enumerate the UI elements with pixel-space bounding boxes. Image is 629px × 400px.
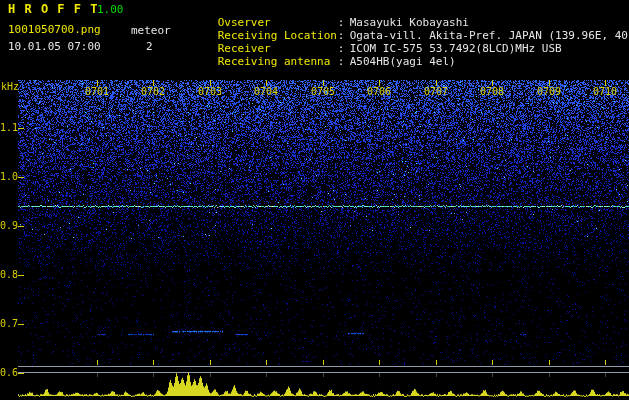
info-colon: : bbox=[338, 29, 350, 42]
freq-label: 1.0 bbox=[0, 171, 18, 183]
info-colon: : bbox=[338, 55, 350, 68]
info-label: Receiving Location bbox=[218, 29, 338, 42]
freq-label: 0.8 bbox=[0, 269, 18, 281]
freq-label: 0.9 bbox=[0, 220, 18, 232]
info-value: ICOM IC-575 53.7492(8LCD)MHz USB bbox=[350, 42, 562, 55]
info-value: A504HB(yagi 4el) bbox=[350, 55, 456, 68]
time-label: 0704 bbox=[251, 86, 281, 98]
station-info: Ovserver:Masayuki Kobayashi Receiving Lo… bbox=[178, 3, 629, 55]
time-label: 0706 bbox=[364, 86, 394, 98]
mode-label: meteor bbox=[131, 25, 171, 37]
freq-label: 0.7 bbox=[0, 318, 18, 330]
freq-label: 0.6 bbox=[0, 367, 18, 379]
info-label: Receiver bbox=[218, 42, 338, 55]
time-label: 0705 bbox=[308, 86, 338, 98]
app-version: 1.00 bbox=[97, 4, 124, 16]
time-label: 0703 bbox=[195, 86, 225, 98]
time-label: 0702 bbox=[138, 86, 168, 98]
output-filename: 1001050700.png bbox=[8, 24, 101, 36]
info-colon: : bbox=[338, 42, 350, 55]
hrofft-screen: H R O F F T 1.00 1001050700.png meteor 1… bbox=[0, 0, 629, 400]
time-label: 0701 bbox=[82, 86, 112, 98]
time-label: 0708 bbox=[477, 86, 507, 98]
info-value: Masayuki Kobayashi bbox=[350, 16, 469, 29]
time-label: 0710 bbox=[590, 86, 620, 98]
info-label: Ovserver bbox=[218, 16, 338, 29]
time-label: 0709 bbox=[534, 86, 564, 98]
echo-count: 2 bbox=[146, 41, 153, 53]
info-colon: : bbox=[338, 16, 350, 29]
freq-axis-unit: kHz bbox=[1, 81, 19, 93]
time-label: 0707 bbox=[421, 86, 451, 98]
app-name: H R O F F T bbox=[8, 3, 98, 15]
timestamp: 10.01.05 07:00 bbox=[8, 41, 101, 53]
info-value: Ogata-vill. Akita-Pref. JAPAN (139.96E, … bbox=[350, 29, 629, 42]
freq-label: 1.1 bbox=[0, 122, 18, 134]
info-label: Receiving antenna bbox=[218, 55, 338, 68]
info-row-observer: Ovserver:Masayuki Kobayashi bbox=[178, 3, 629, 16]
